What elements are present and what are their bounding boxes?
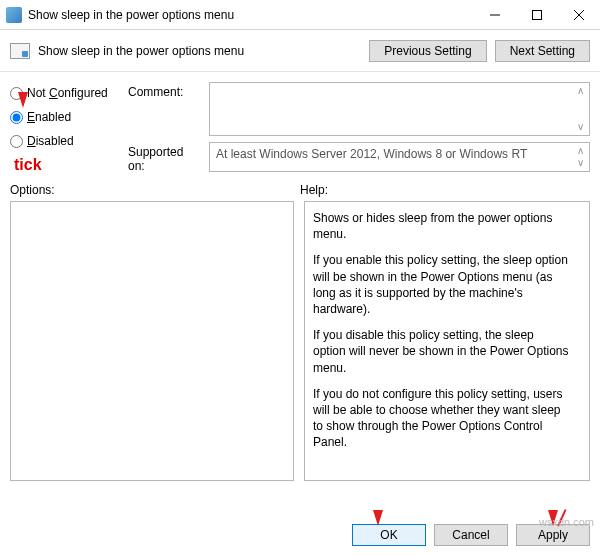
radio-enabled[interactable]: Enabled — [10, 110, 120, 124]
next-setting-button[interactable]: Next Setting — [495, 40, 590, 62]
supported-on-label: Supported on: — [128, 142, 203, 173]
radio-column: Not Configured Enabled Disabled — [10, 82, 120, 173]
cancel-button[interactable]: Cancel — [434, 524, 508, 546]
fields-column: Comment: ∧ ∨ Supported on: At least Wind… — [128, 82, 590, 173]
help-paragraph: Shows or hides sleep from the power opti… — [313, 210, 569, 242]
help-paragraph: If you disable this policy setting, the … — [313, 327, 569, 376]
radio-disabled-label: Disabled — [27, 134, 74, 148]
previous-setting-button[interactable]: Previous Setting — [369, 40, 486, 62]
section-labels: Options: Help: — [0, 173, 600, 199]
apply-button[interactable]: Apply — [516, 524, 590, 546]
options-box[interactable] — [10, 201, 294, 481]
help-box: Shows or hides sleep from the power opti… — [304, 201, 590, 481]
window-title: Show sleep in the power options menu — [28, 8, 474, 22]
scroll-down-icon: ∨ — [573, 121, 587, 133]
svg-rect-1 — [533, 10, 542, 19]
close-button[interactable] — [558, 0, 600, 30]
policy-title: Show sleep in the power options menu — [38, 44, 361, 58]
dialog-footer: OK Cancel Apply — [352, 524, 590, 546]
radio-enabled-label: Enabled — [27, 110, 71, 124]
maximize-button[interactable] — [516, 0, 558, 30]
config-area: Not Configured Enabled Disabled Comment:… — [0, 72, 600, 173]
radio-not-configured[interactable]: Not Configured — [10, 86, 120, 100]
lower-panels: Shows or hides sleep from the power opti… — [0, 199, 600, 481]
scroll-up-icon: ∧ — [573, 85, 587, 97]
minimize-button[interactable] — [474, 0, 516, 30]
supported-on-value: At least Windows Server 2012, Windows 8 … — [216, 147, 527, 161]
radio-not-configured-input[interactable] — [10, 87, 23, 100]
help-label: Help: — [300, 183, 590, 197]
radio-not-configured-label: Not Configured — [27, 86, 108, 100]
ok-button[interactable]: OK — [352, 524, 426, 546]
radio-disabled[interactable]: Disabled — [10, 134, 120, 148]
policy-header: Show sleep in the power options menu Pre… — [0, 30, 600, 72]
radio-disabled-input[interactable] — [10, 135, 23, 148]
help-paragraph: If you enable this policy setting, the s… — [313, 252, 569, 317]
supported-on-box: At least Windows Server 2012, Windows 8 … — [209, 142, 590, 172]
policy-icon — [10, 43, 30, 59]
scroll-down-icon: ∨ — [573, 157, 587, 169]
title-bar: Show sleep in the power options menu — [0, 0, 600, 30]
comment-label: Comment: — [128, 82, 203, 136]
options-label: Options: — [10, 183, 300, 197]
comment-textarea[interactable]: ∧ ∨ — [209, 82, 590, 136]
app-icon — [6, 7, 22, 23]
scroll-up-icon: ∧ — [573, 145, 587, 157]
radio-enabled-input[interactable] — [10, 111, 23, 124]
help-paragraph: If you do not configure this policy sett… — [313, 386, 569, 451]
